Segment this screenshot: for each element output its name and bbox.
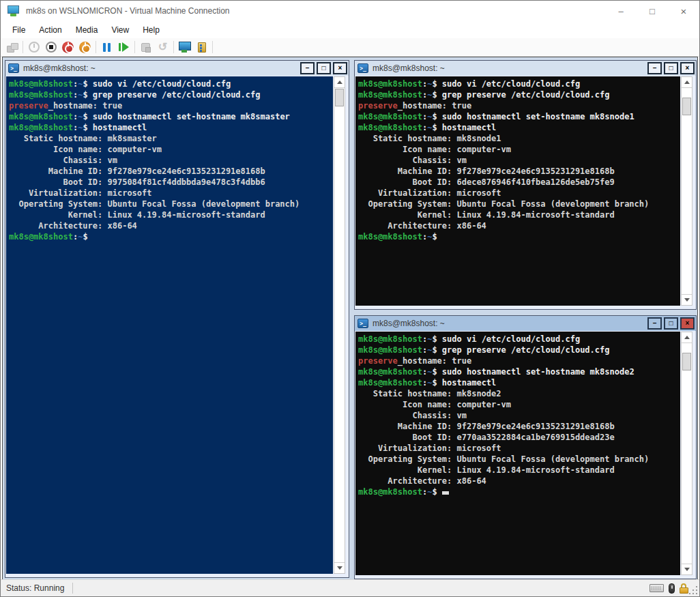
vm-display[interactable]: >_ mk8s@mk8shost: ~ – □ × mk8s@mk8shost:… — [2, 57, 698, 581]
terminal-line: Static hostname: mk8snode1 — [358, 133, 680, 144]
statusbar-icons — [650, 583, 688, 594]
turn-off-button[interactable] — [59, 40, 76, 55]
menu-view[interactable]: View — [104, 23, 136, 37]
terminal-maximize-button[interactable]: □ — [664, 62, 678, 74]
nic-button[interactable] — [193, 40, 210, 55]
terminal-close-button[interactable]: × — [680, 317, 695, 330]
stop-button[interactable] — [42, 40, 59, 55]
terminal-line: mk8s@mk8shost:~$ hostnamectl — [358, 122, 680, 133]
terminal-body: mk8s@mk8shost:~$ sudo vi /etc/cloud/clou… — [355, 331, 696, 579]
scrollbar-thumb[interactable] — [682, 98, 691, 115]
app-titlebar: mk8s on WSLNOMICRON - Virtual Machine Co… — [1, 1, 699, 22]
ctrl-alt-delete-button[interactable] — [3, 40, 20, 55]
resize-grip[interactable] — [689, 586, 699, 596]
app-minimize-button[interactable]: – — [605, 1, 637, 22]
terminal-line: Operating System: Ubuntu Focal Fossa (de… — [358, 454, 680, 465]
scroll-down-button[interactable] — [682, 294, 692, 305]
terminal-titlebar[interactable]: >_ mk8s@mk8shost: ~ – □ × — [5, 61, 349, 76]
terminal-title: mk8s@mk8shost: ~ — [373, 319, 445, 328]
terminal-line: Chassis: vm — [358, 410, 680, 421]
terminal-close-button[interactable]: × — [333, 62, 347, 74]
chevron-down-icon — [684, 568, 690, 571]
terminal-body: mk8s@mk8shost:~$ sudo vi /etc/cloud/clou… — [5, 76, 349, 577]
terminal-title: mk8s@mk8shost: ~ — [373, 63, 445, 73]
scroll-up-button[interactable] — [682, 77, 692, 88]
menu-action[interactable]: Action — [32, 23, 68, 37]
menu-help[interactable]: Help — [136, 23, 166, 37]
terminal-icon: >_ — [358, 63, 368, 73]
terminal-line: Machine ID: 9f278e979ce24e6c9135231291e8… — [358, 166, 680, 177]
terminal-line: Icon name: computer-vm — [358, 399, 680, 410]
app-close-button[interactable]: × — [668, 1, 699, 22]
terminal-scrollbar[interactable] — [334, 76, 345, 574]
monitor-base-shape — [10, 14, 16, 16]
terminal-line: mk8s@mk8shost:~$ hostnamectl — [9, 122, 333, 133]
terminal-line: Static hostname: mk8snode2 — [358, 388, 680, 399]
status-text: Status: Running — [6, 583, 64, 593]
terminal-window-mk8snode2[interactable]: >_ mk8s@mk8shost: ~ – □ × mk8s@mk8shost:… — [354, 315, 697, 579]
terminal-minimize-button[interactable]: – — [647, 317, 662, 330]
terminal-titlebar[interactable]: >_ mk8s@mk8shost: ~ – □ × — [355, 61, 696, 76]
vmconnect-window: mk8s on WSLNOMICRON - Virtual Machine Co… — [0, 0, 700, 597]
menu-media[interactable]: Media — [69, 23, 105, 37]
app-window-controls: – □ × — [605, 1, 699, 22]
terminal-maximize-button[interactable]: □ — [317, 62, 331, 74]
terminal-output[interactable]: mk8s@mk8shost:~$ sudo vi /etc/cloud/clou… — [355, 76, 680, 306]
scrollbar-thumb[interactable] — [335, 89, 344, 106]
scroll-down-button[interactable] — [682, 564, 692, 574]
terminal-icon: >_ — [8, 63, 19, 73]
scroll-up-button[interactable] — [334, 77, 345, 88]
lock-icon — [680, 583, 688, 594]
terminal-line: Kernel: Linux 4.19.84-microsoft-standard — [358, 209, 680, 220]
terminal-maximize-button[interactable]: □ — [664, 317, 678, 330]
terminal-window-controls: – □ × — [300, 62, 347, 74]
terminal-scrollbar[interactable] — [681, 332, 692, 575]
scroll-up-button[interactable] — [682, 332, 692, 343]
terminal-minimize-button[interactable]: – — [647, 62, 662, 74]
terminal-output[interactable]: mk8s@mk8shost:~$ sudo vi /etc/cloud/clou… — [6, 76, 333, 574]
terminal-line: mk8s@mk8shost:~$ grep preserve /etc/clou… — [9, 89, 333, 100]
terminal-line: mk8s@mk8shost:~$ grep preserve /etc/clou… — [358, 89, 680, 100]
terminal-line: mk8s@mk8shost:~$ hostnamectl — [358, 377, 680, 388]
terminal-line: Chassis: vm — [358, 155, 680, 166]
terminal-line: mk8s@mk8shost:~$ sudo hostnamectl set-ho… — [358, 111, 680, 122]
start-button[interactable] — [25, 40, 42, 55]
scroll-down-button[interactable] — [334, 562, 345, 573]
terminal-line: Virtualization: microsoft — [358, 188, 680, 199]
terminal-window-mk8smaster[interactable]: >_ mk8s@mk8shost: ~ – □ × mk8s@mk8shost:… — [5, 60, 349, 578]
checkpoint-button[interactable] — [137, 40, 154, 55]
revert-button[interactable]: ↺ — [154, 40, 171, 55]
chevron-up-icon — [684, 81, 690, 84]
menubar: File Action Media View Help — [1, 22, 699, 38]
terminal-line: preserve_hostname: true — [358, 355, 680, 366]
chevron-up-icon — [337, 81, 342, 84]
terminal-titlebar[interactable]: >_ mk8s@mk8shost: ~ – □ × — [355, 316, 696, 331]
enhanced-session-button[interactable] — [176, 40, 193, 55]
resume-button[interactable] — [115, 40, 132, 55]
scrollbar-thumb[interactable] — [682, 353, 691, 370]
pause-button[interactable] — [98, 40, 115, 55]
terminal-line: Operating System: Ubuntu Focal Fossa (de… — [358, 199, 680, 209]
terminal-line: mk8s@mk8shost:~$ sudo vi /etc/cloud/clou… — [358, 334, 680, 345]
revert-icon: ↺ — [158, 42, 167, 53]
toolbar-separator — [134, 41, 135, 53]
terminal-line: Chassis: vm — [9, 155, 333, 166]
terminal-scrollbar[interactable] — [681, 76, 692, 306]
app-maximize-button[interactable]: □ — [637, 1, 668, 22]
terminal-output[interactable]: mk8s@mk8shost:~$ sudo vi /etc/cloud/clou… — [355, 332, 680, 575]
terminal-title: mk8s@mk8shost: ~ — [23, 63, 96, 73]
terminal-window-mk8snode1[interactable]: >_ mk8s@mk8shost: ~ – □ × mk8s@mk8shost:… — [354, 60, 697, 310]
terminal-close-button[interactable]: × — [680, 62, 695, 74]
toolbar-separator — [96, 41, 96, 53]
chevron-up-icon — [684, 336, 690, 339]
terminal-line: mk8s@mk8shost:~$ — [358, 486, 680, 497]
terminal-line: Kernel: Linux 4.19.84-microsoft-standard — [358, 465, 680, 476]
terminal-minimize-button[interactable]: – — [300, 62, 315, 74]
menu-file[interactable]: File — [5, 23, 32, 37]
terminal-line: mk8s@mk8shost:~$ sudo vi /etc/cloud/clou… — [9, 78, 333, 89]
terminal-line: Machine ID: 9f278e979ce24e6c9135231291e8… — [358, 421, 680, 432]
toolbar: ↺ — [1, 38, 699, 57]
shut-down-button[interactable] — [76, 40, 93, 55]
hyperv-app-icon — [8, 5, 20, 16]
shut-down-icon — [79, 42, 91, 53]
